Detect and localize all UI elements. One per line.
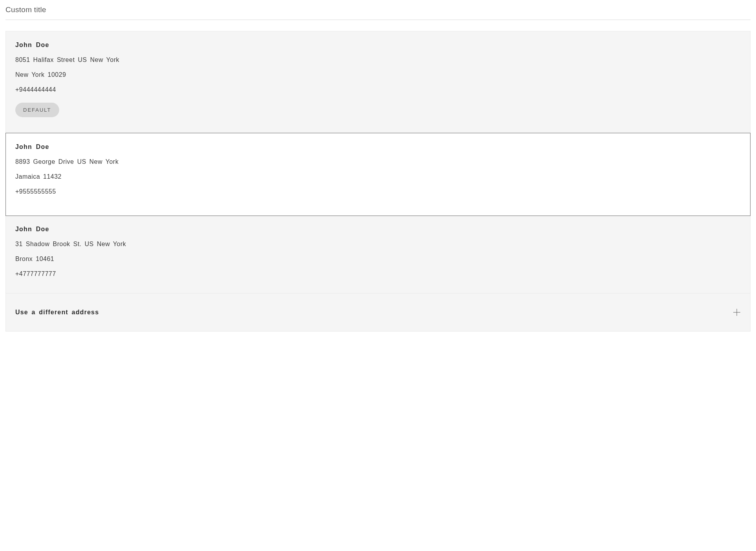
address-line-2: New York 10029 xyxy=(15,71,741,78)
address-phone: +9555555555 xyxy=(15,188,741,195)
address-phone: +9444444444 xyxy=(15,86,741,93)
use-different-address-label: Use a different address xyxy=(15,309,99,316)
address-line-1: 31 Shadow Brook St. US New York xyxy=(15,241,741,248)
page-title: Custom title xyxy=(5,5,751,20)
default-badge: DEFAULT xyxy=(15,103,59,117)
use-different-address[interactable]: Use a different address xyxy=(6,294,750,331)
address-name: John Doe xyxy=(15,143,741,150)
address-line-1: 8893 George Drive US New York xyxy=(15,158,741,165)
address-name: John Doe xyxy=(15,42,741,49)
address-list: John Doe 8051 Halifax Street US New York… xyxy=(5,31,751,332)
address-card[interactable]: John Doe 8051 Halifax Street US New York… xyxy=(6,31,750,133)
address-line-2: Jamaica 11432 xyxy=(15,173,741,180)
address-card[interactable]: John Doe 31 Shadow Brook St. US New York… xyxy=(6,216,750,294)
address-line-1: 8051 Halifax Street US New York xyxy=(15,56,741,63)
address-phone: +4777777777 xyxy=(15,270,741,277)
address-line-2: Bronx 10461 xyxy=(15,256,741,263)
address-name: John Doe xyxy=(15,226,741,233)
address-card[interactable]: John Doe 8893 George Drive US New York J… xyxy=(5,133,751,216)
plus-icon xyxy=(733,308,741,316)
